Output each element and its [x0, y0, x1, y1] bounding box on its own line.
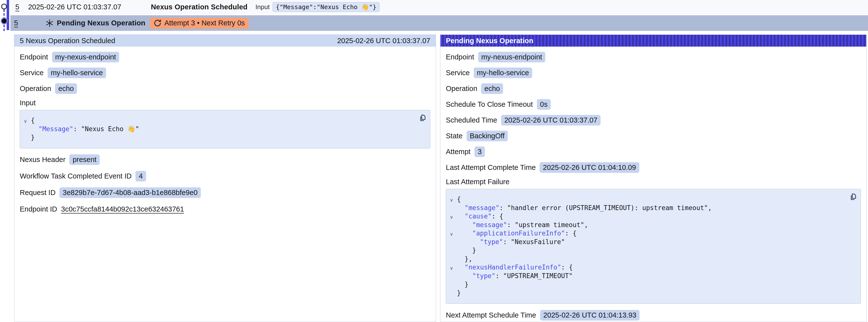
timeline-event-circle-icon	[1, 4, 7, 9]
field-label: Next Attempt Schedule Time	[446, 311, 536, 319]
code-line: }	[446, 246, 846, 255]
failure-code-block: ∨{"message": "handler error (UPSTREAM_TI…	[446, 189, 861, 304]
collapse-chevron-icon[interactable]: ∨	[450, 196, 453, 204]
pending-fields-top: Endpointmy-nexus-endpointServicemy-hello…	[446, 52, 861, 173]
code-line: "type": "NexusFailure"	[446, 238, 846, 246]
pending-id-link[interactable]: 5	[14, 19, 18, 27]
field-row-operation: Operationecho	[446, 83, 861, 94]
pending-fields-bottom: Next Attempt Schedule Time2025-02-26 UTC…	[446, 310, 861, 321]
code-text: "Message": "Nexus Echo 👋"	[20, 125, 139, 133]
pending-asterisk-icon	[45, 19, 54, 28]
field-row-operation: Operationecho	[20, 83, 430, 94]
code-line: "message": "upstream timeout",	[446, 221, 846, 229]
code-text: "message": "handler error (UPSTREAM_TIME…	[446, 204, 712, 212]
event-id-link[interactable]: 5	[15, 3, 19, 11]
field-value-badge: 3e829b7e-7d67-4b08-aad3-b1e868bfe9e0	[59, 187, 201, 198]
field-label: Scheduled Time	[446, 116, 497, 124]
field-value-link[interactable]: 3c0c75ccfa8144b092c13ce632463761	[61, 205, 184, 213]
input-label: Input	[255, 3, 270, 11]
code-line: },	[446, 255, 846, 263]
code-text: },	[446, 255, 472, 263]
field-label: Operation	[20, 85, 51, 93]
field-label: Attempt	[446, 148, 470, 156]
field-value-badge: my-hello-service	[48, 68, 106, 78]
code-line: ∨{	[20, 116, 415, 125]
copy-icon[interactable]	[418, 114, 426, 122]
field-value-badge: 4	[135, 171, 146, 182]
code-text: "type": "UPSTREAM_TIMEOUT"	[446, 272, 573, 280]
field-value-badge: present	[69, 154, 100, 165]
code-text: {	[446, 195, 461, 203]
event-fields-bottom: Nexus HeaderpresentWorkflow Task Complet…	[20, 154, 430, 215]
field-label: Endpoint	[20, 53, 48, 61]
pending-panel-body: Endpointmy-nexus-endpointServicemy-hello…	[440, 46, 866, 322]
pending-operation-row[interactable]: 5 Pending Nexus Operation Attempt 3 • Ne…	[10, 15, 868, 31]
collapse-chevron-icon[interactable]: ∨	[24, 117, 27, 126]
field-row-last-attempt-complete-time: Last Attempt Complete Time2025-02-26 UTC…	[446, 162, 861, 173]
retry-icon	[153, 19, 162, 27]
attempt-retry-text: Attempt 3 • Next Retry 0s	[164, 19, 245, 27]
event-panel-timestamp: 2025-02-26 UTC 01:03:37.07	[337, 37, 430, 45]
field-label: Operation	[446, 85, 477, 93]
field-row-endpoint: Endpointmy-nexus-endpoint	[20, 52, 430, 62]
field-value-badge: my-nexus-endpoint	[478, 52, 546, 62]
field-row-service: Servicemy-hello-service	[446, 67, 861, 78]
pending-panel-title: Pending Nexus Operation	[446, 37, 533, 45]
input-value-badge: {"Message":"Nexus Echo 👋"}	[273, 2, 379, 12]
field-row-attempt: Attempt3	[446, 146, 861, 157]
event-summary-row[interactable]: 5 2025-02-26 UTC 01:03:37.07 Nexus Opera…	[10, 0, 868, 14]
code-line: ∨{	[446, 195, 846, 204]
field-row-request-id: Request ID3e829b7e-7d67-4b08-aad3-b1e868…	[20, 187, 430, 198]
code-text: "message": "upstream timeout",	[446, 221, 588, 229]
field-label: Endpoint ID	[20, 205, 57, 213]
failure-section-label: Last Attempt Failure	[446, 178, 861, 186]
field-value-badge: 3	[474, 147, 485, 157]
code-line: ∨"applicationFailureInfo": {	[446, 229, 846, 238]
field-value-badge: my-hello-service	[474, 68, 532, 78]
field-label: Service	[446, 69, 470, 77]
event-panel-title: 5 Nexus Operation Scheduled	[20, 37, 115, 45]
code-line: }	[446, 280, 846, 289]
code-text: "nexusHandlerFailureInfo": {	[446, 264, 573, 271]
collapse-chevron-icon[interactable]: ∨	[450, 213, 453, 221]
field-row-service: Servicemy-hello-service	[20, 67, 430, 78]
copy-icon[interactable]	[848, 193, 857, 201]
pending-title: Pending Nexus Operation	[57, 19, 145, 27]
collapse-chevron-icon[interactable]: ∨	[450, 264, 453, 272]
field-label: Last Attempt Complete Time	[446, 163, 536, 171]
code-text: }	[446, 289, 461, 297]
code-line: "type": "UPSTREAM_TIMEOUT"	[446, 272, 846, 280]
code-text: "applicationFailureInfo": {	[446, 229, 577, 237]
code-text: }	[20, 134, 35, 141]
field-label: Workflow Task Completed Event ID	[20, 172, 131, 180]
field-row-nexus-header: Nexus Headerpresent	[20, 154, 430, 165]
code-text: }	[446, 247, 476, 254]
input-code-block: ∨{"Message": "Nexus Echo 👋"}	[20, 110, 430, 149]
event-panel-body: Endpointmy-nexus-endpointServicemy-hello…	[14, 46, 436, 322]
code-text: "cause": {	[446, 213, 503, 220]
pending-panel-header: Pending Nexus Operation	[440, 35, 866, 46]
field-value-badge: 0s	[537, 99, 551, 110]
code-line: ∨"nexusHandlerFailureInfo": {	[446, 263, 846, 272]
field-value-badge: my-nexus-endpoint	[52, 52, 119, 62]
timeline-current-circle-icon	[2, 19, 7, 24]
attempt-retry-badge: Attempt 3 • Next Retry 0s	[150, 18, 248, 29]
field-value-badge: 2025-02-26 UTC 01:04:10.09	[539, 162, 639, 173]
collapse-chevron-icon[interactable]: ∨	[450, 230, 453, 238]
code-line: }	[446, 289, 846, 297]
field-row-schedule-to-close-timeout: Schedule To Close Timeout0s	[446, 99, 861, 110]
event-timestamp: 2025-02-26 UTC 01:03:37.07	[28, 3, 121, 11]
detail-panels: 5 Nexus Operation Scheduled 2025-02-26 U…	[14, 34, 867, 322]
code-line: "message": "handler error (UPSTREAM_TIME…	[446, 204, 846, 212]
code-line: ∨"cause": {	[446, 212, 846, 221]
event-fields-top: Endpointmy-nexus-endpointServicemy-hello…	[20, 52, 430, 94]
field-value-badge: echo	[481, 83, 503, 94]
field-value-badge: echo	[55, 83, 77, 94]
code-text: }	[446, 281, 469, 288]
field-row-next-attempt-schedule-time: Next Attempt Schedule Time2025-02-26 UTC…	[446, 310, 861, 321]
field-row-workflow-task-completed-event-id: Workflow Task Completed Event ID4	[20, 171, 430, 182]
field-row-state: StateBackingOff	[446, 130, 861, 141]
field-label: Endpoint	[446, 53, 474, 61]
field-label: Service	[20, 69, 44, 77]
event-detail-panel: 5 Nexus Operation Scheduled 2025-02-26 U…	[14, 34, 436, 322]
